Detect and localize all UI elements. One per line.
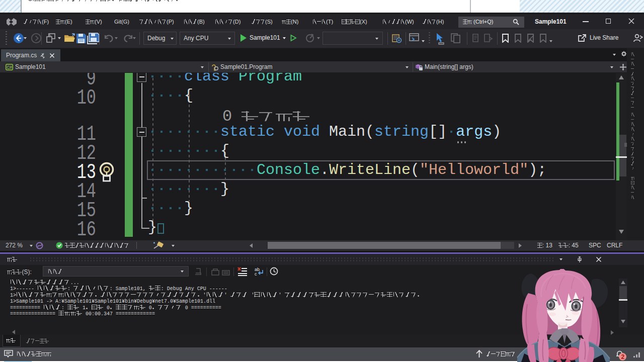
svg-text:C#: C# bbox=[7, 65, 12, 70]
svg-text:c: c bbox=[255, 272, 257, 277]
